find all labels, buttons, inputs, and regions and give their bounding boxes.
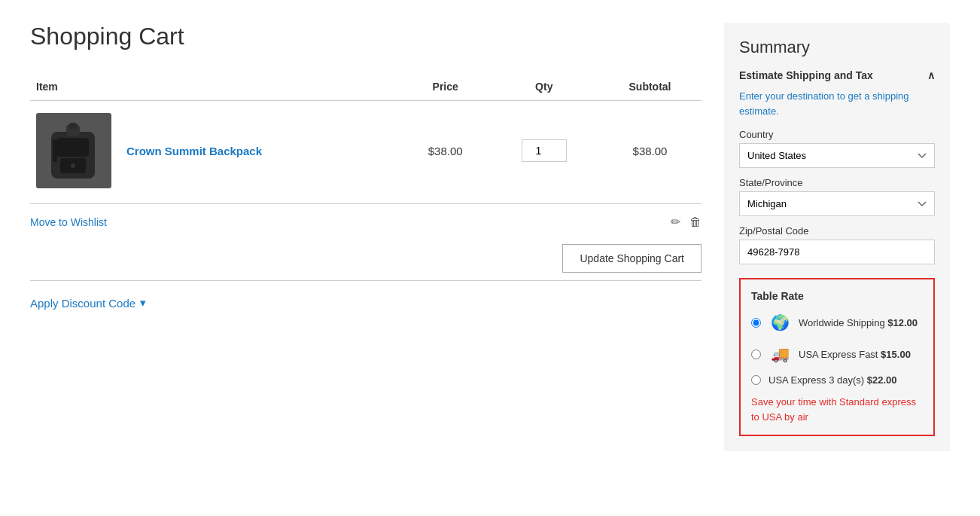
edit-icon[interactable]: ✏ [671,215,680,229]
discount-section: Apply Discount Code ▾ [30,296,702,310]
country-select[interactable]: United States Canada United Kingdom Aust… [739,143,935,168]
country-label: Country [739,129,935,140]
shipping-description: Enter your destination to get a shipping… [739,89,935,118]
table-rate-title: Table Rate [751,290,923,302]
col-header-empty [120,73,401,101]
usa-fast-shipping-price: $15.00 [881,349,911,360]
usa-3day-shipping-price: $22.00 [867,374,897,386]
update-cart-button[interactable]: Update Shopping Cart [562,244,702,273]
shipping-estimate-label: Estimate Shipping and Tax [739,69,873,81]
zip-label: Zip/Postal Code [739,225,935,237]
delete-icon[interactable]: 🗑 [689,215,702,229]
summary-box: Summary Estimate Shipping and Tax ∧ Ente… [724,23,950,451]
col-header-price: Price [401,73,490,101]
main-content: Shopping Cart Item Price Qty Subtotal [30,23,702,451]
col-header-qty: Qty [490,73,599,101]
table-rate-box: Table Rate 🌍 Worldwide Shipping $12.00 🚚… [739,278,935,436]
product-name[interactable]: Crown Summit Backpack [120,101,401,201]
product-image [36,113,111,188]
shipping-option-worldwide: 🌍 Worldwide Shipping $12.00 [751,311,923,334]
shipping-radio-worldwide[interactable] [751,318,761,328]
apply-discount-label: Apply Discount Code [30,297,135,310]
move-to-wishlist-link[interactable]: Move to Wishlist [30,216,107,228]
product-image-cell [30,101,120,201]
shipping-radio-usa-3day[interactable] [751,375,761,385]
col-header-subtotal: Subtotal [598,73,702,101]
worldwide-shipping-label: Worldwide Shipping $12.00 [799,317,918,328]
product-qty-cell [490,101,599,201]
usa-fast-shipping-label: USA Express Fast $15.00 [799,349,911,360]
state-select[interactable]: Michigan California New York Texas Flori… [739,191,935,216]
qty-input[interactable] [522,139,567,162]
summary-title: Summary [739,38,935,57]
shipping-radio-usa-fast[interactable] [751,350,761,359]
product-subtotal: $38.00 [598,101,702,201]
state-label: State/Province [739,177,935,188]
update-cart-row: Update Shopping Cart [30,244,702,281]
sidebar: Summary Estimate Shipping and Tax ∧ Ente… [724,23,950,451]
backpack-icon [44,117,104,185]
shipping-collapse-icon: ∧ [927,69,935,81]
cart-table: Item Price Qty Subtotal [30,73,702,200]
usa-3day-shipping-label: USA Express 3 day(s) $22.00 [768,374,897,386]
svg-rect-5 [53,139,57,162]
usa-fast-shipping-icon: 🚚 [768,343,791,365]
shipping-option-usa-3day: USA Express 3 day(s) $22.00 [751,374,923,386]
discount-chevron-icon: ▾ [140,296,146,310]
shipping-option-usa-fast: 🚚 USA Express Fast $15.00 [751,343,923,365]
col-header-item: Item [30,73,120,101]
worldwide-shipping-price: $12.00 [887,317,918,328]
worldwide-shipping-icon: 🌍 [768,311,791,334]
zip-input[interactable] [739,240,935,264]
svg-point-6 [71,163,75,168]
svg-rect-4 [69,123,77,129]
apply-discount-toggle[interactable]: Apply Discount Code ▾ [30,296,702,310]
table-row: Crown Summit Backpack $38.00 $38.00 [30,101,702,201]
svg-rect-1 [57,138,89,157]
cart-actions-row: Move to Wishlist ✏ 🗑 [30,203,702,229]
shipping-note: Save your time with Standard express to … [751,395,923,424]
shipping-estimate-header[interactable]: Estimate Shipping and Tax ∧ [739,69,935,81]
item-action-icons: ✏ 🗑 [671,215,702,229]
product-price: $38.00 [401,101,490,201]
page-title: Shopping Cart [30,23,702,50]
